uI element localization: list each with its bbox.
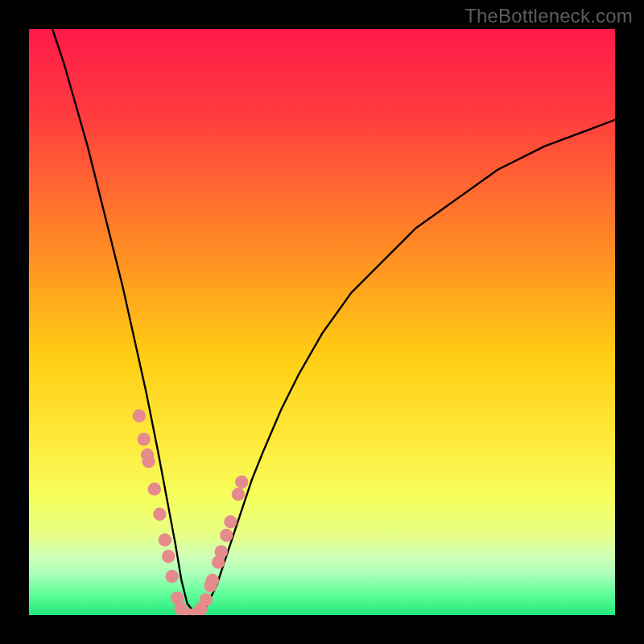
plot-area <box>29 29 615 615</box>
marker-point <box>200 593 213 606</box>
watermark-label: TheBottleneck.com <box>464 5 633 27</box>
marker-point <box>215 545 228 558</box>
marker-point <box>137 432 150 445</box>
marker-point <box>162 550 175 563</box>
marker-point <box>235 476 248 489</box>
marker-point <box>165 570 178 583</box>
marker-point <box>224 515 237 528</box>
marker-point <box>206 574 219 587</box>
marker-point <box>142 455 155 468</box>
chart-svg <box>29 29 615 615</box>
marker-point <box>220 529 233 542</box>
chart-frame: TheBottleneck.com <box>0 0 644 644</box>
marker-point <box>159 534 171 547</box>
marker-point <box>153 508 166 521</box>
marker-point <box>148 482 161 495</box>
highlight-points <box>133 409 249 615</box>
bottleneck-curve <box>52 29 615 615</box>
marker-point <box>232 488 245 501</box>
marker-point <box>133 409 146 422</box>
